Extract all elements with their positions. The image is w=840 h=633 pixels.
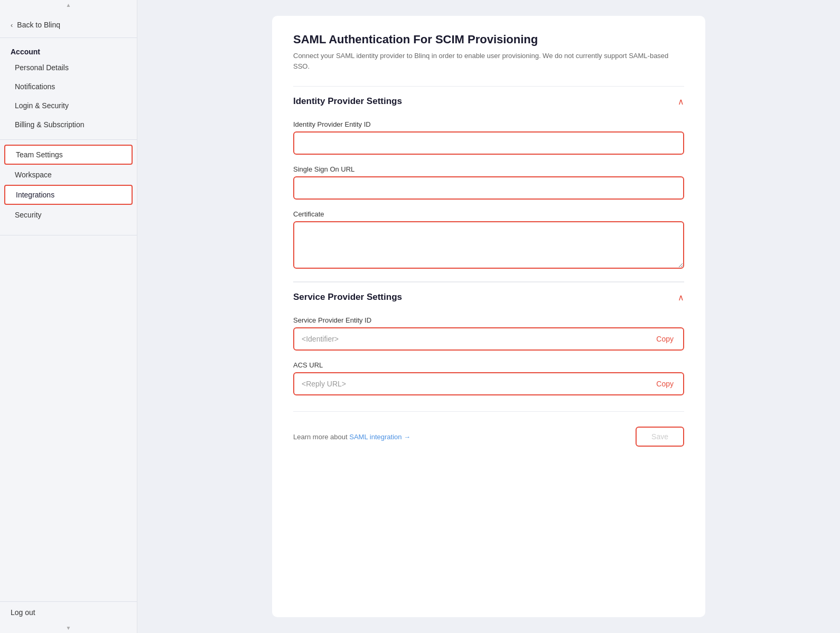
save-button[interactable]: Save xyxy=(636,427,684,447)
notifications-label: Notifications xyxy=(15,82,55,91)
logout-label: Log out xyxy=(11,608,35,617)
footer-separator xyxy=(293,411,684,412)
back-button[interactable]: ‹ Back to Blinq xyxy=(0,10,137,37)
identity-provider-section-header: Identity Provider Settings ∧ xyxy=(293,86,684,112)
team-settings-label: Team Settings xyxy=(16,150,63,159)
chevron-left-icon: ‹ xyxy=(11,21,13,29)
main-content: SAML Authentication For SCIM Provisionin… xyxy=(137,0,840,633)
sidebar-item-billing[interactable]: Billing & Subscription xyxy=(4,116,133,134)
acs-url-value: <Reply URL> xyxy=(302,380,346,388)
card-footer: Learn more about SAML integration → Save xyxy=(293,417,684,457)
back-button-label: Back to Blinq xyxy=(17,21,60,29)
sidebar: ▲ ‹ Back to Blinq Account Personal Detai… xyxy=(0,0,137,633)
sp-entity-id-readonly: <Identifier> Copy xyxy=(293,327,684,351)
scroll-down-indicator: ▼ xyxy=(0,623,137,633)
entity-id-field-group: Identity Provider Entity ID xyxy=(293,120,684,155)
sso-url-input[interactable] xyxy=(293,176,684,200)
integrations-label: Integrations xyxy=(16,191,54,199)
acs-url-label: ACS URL xyxy=(293,361,684,369)
sidebar-divider-bottom xyxy=(0,235,137,235)
sidebar-item-integrations[interactable]: Integrations xyxy=(4,185,133,205)
content-card: SAML Authentication For SCIM Provisionin… xyxy=(272,16,705,617)
saml-integration-link[interactable]: SAML integration → xyxy=(349,433,410,441)
sidebar-item-personal-details[interactable]: Personal Details xyxy=(4,59,133,77)
identity-provider-toggle[interactable]: ∧ xyxy=(678,97,684,107)
page-title: SAML Authentication For SCIM Provisionin… xyxy=(293,33,684,46)
sidebar-item-workspace[interactable]: Workspace xyxy=(4,166,133,184)
certificate-field-group: Certificate xyxy=(293,210,684,271)
security-label: Security xyxy=(15,211,42,219)
acs-url-field-group: ACS URL <Reply URL> Copy xyxy=(293,361,684,395)
billing-label: Billing & Subscription xyxy=(15,120,85,129)
sso-url-field-group: Single Sign On URL xyxy=(293,165,684,200)
login-security-label: Login & Security xyxy=(15,101,69,110)
sp-entity-id-value: <Identifier> xyxy=(302,335,339,343)
sp-entity-id-copy-button[interactable]: Copy xyxy=(654,335,676,343)
sso-url-label: Single Sign On URL xyxy=(293,165,684,173)
certificate-label: Certificate xyxy=(293,210,684,218)
certificate-textarea[interactable] xyxy=(293,221,684,269)
identity-provider-section-title: Identity Provider Settings xyxy=(293,96,402,107)
entity-id-label: Identity Provider Entity ID xyxy=(293,120,684,128)
workspace-label: Workspace xyxy=(15,171,52,179)
sp-entity-id-label: Service Provider Entity ID xyxy=(293,316,684,324)
service-provider-section-title: Service Provider Settings xyxy=(293,292,402,303)
account-section-label: Account xyxy=(0,42,137,58)
sidebar-item-notifications[interactable]: Notifications xyxy=(4,78,133,96)
acs-url-readonly: <Reply URL> Copy xyxy=(293,372,684,395)
sidebar-divider-mid xyxy=(0,139,137,140)
sidebar-item-login-security[interactable]: Login & Security xyxy=(4,97,133,115)
logout-button[interactable]: Log out xyxy=(0,601,137,623)
service-provider-toggle[interactable]: ∧ xyxy=(678,292,684,303)
sidebar-divider-top xyxy=(0,37,137,38)
sidebar-item-security[interactable]: Security xyxy=(4,206,133,224)
service-provider-section-header: Service Provider Settings ∧ xyxy=(293,282,684,308)
learn-more-text: Learn more about SAML integration → xyxy=(293,433,410,441)
acs-url-copy-button[interactable]: Copy xyxy=(654,380,676,388)
personal-details-label: Personal Details xyxy=(15,63,69,72)
learn-more-prefix: Learn more about xyxy=(293,433,349,441)
page-description: Connect your SAML identity provider to B… xyxy=(293,51,684,71)
scroll-up-indicator: ▲ xyxy=(0,0,137,10)
sp-entity-id-field-group: Service Provider Entity ID <Identifier> … xyxy=(293,316,684,351)
sidebar-item-team-settings[interactable]: Team Settings xyxy=(4,145,133,165)
entity-id-input[interactable] xyxy=(293,131,684,155)
